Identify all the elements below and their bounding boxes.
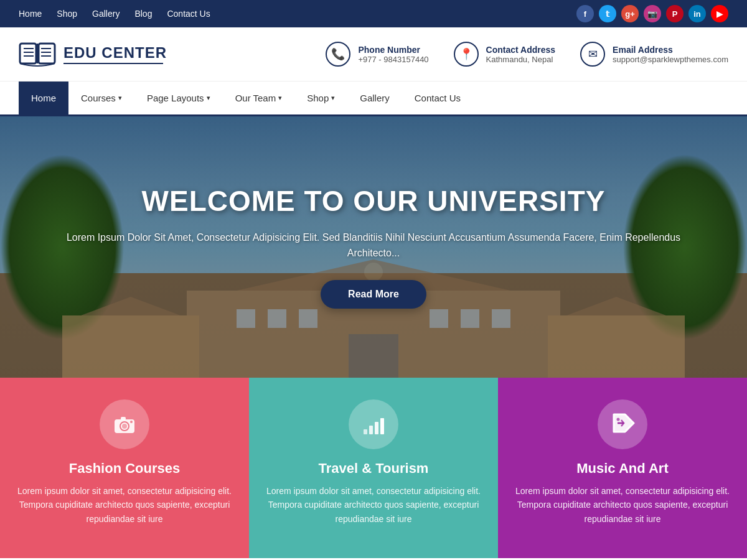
nav-shop[interactable]: Shop ▾ xyxy=(294,82,347,114)
layouts-chevron: ▾ xyxy=(207,94,210,102)
hero-content: WELCOME TO OUR UNIVERSITY Lorem Ipsum Do… xyxy=(0,185,747,309)
phone-contact: 📞 Phone Number +977 - 9843157440 xyxy=(326,42,428,67)
topnav-shop[interactable]: Shop xyxy=(57,9,77,19)
contact-info-bar: 📞 Phone Number +977 - 9843157440 📍 Conta… xyxy=(326,42,728,67)
hero-section: WELCOME TO OUR UNIVERSITY Lorem Ipsum Do… xyxy=(0,116,747,378)
nav-gallery[interactable]: Gallery xyxy=(347,82,402,114)
hero-title: WELCOME TO OUR UNIVERSITY xyxy=(62,185,685,217)
svg-rect-31 xyxy=(380,418,384,434)
pinterest-icon[interactable]: P xyxy=(666,5,684,22)
shop-chevron: ▾ xyxy=(331,94,335,102)
svg-rect-10 xyxy=(62,315,199,378)
main-nav: Home Courses ▾ Page Layouts ▾ Our Team ▾… xyxy=(0,82,747,116)
svg-rect-18 xyxy=(430,309,448,328)
phone-label: Phone Number xyxy=(358,45,428,55)
svg-point-32 xyxy=(617,418,620,421)
fashion-course-card: Fashion Courses Lorem ipsum dolor sit am… xyxy=(0,378,249,558)
tourism-icon xyxy=(349,399,398,449)
email-icon: ✉ xyxy=(580,42,605,67)
svg-point-25 xyxy=(122,424,127,429)
email-contact: ✉ Email Address support@sparklewpthemes.… xyxy=(580,42,728,67)
top-nav: Home Shop Gallery Blog Contact Us xyxy=(19,9,210,19)
topnav-gallery[interactable]: Gallery xyxy=(92,9,120,19)
svg-rect-21 xyxy=(349,334,398,378)
svg-rect-29 xyxy=(369,426,373,434)
youtube-icon[interactable]: ▶ xyxy=(711,5,728,22)
read-more-button[interactable]: Read More xyxy=(321,280,426,309)
nav-contact-us[interactable]: Contact Us xyxy=(402,82,473,114)
logo-underline xyxy=(63,63,163,64)
fashion-icon xyxy=(100,399,149,449)
address-label: Contact Address xyxy=(486,45,556,55)
instagram-icon[interactable]: 📷 xyxy=(644,5,661,22)
svg-rect-26 xyxy=(121,417,126,420)
svg-rect-30 xyxy=(375,422,378,434)
site-header: EDU CENTER 📞 Phone Number +977 - 9843157… xyxy=(0,27,747,82)
music-course-card: Music And Art Lorem ipsum dolor sit amet… xyxy=(498,378,747,558)
nav-inner: Home Courses ▾ Page Layouts ▾ Our Team ▾… xyxy=(0,82,747,114)
address-value: Kathmandu, Nepal xyxy=(486,55,556,64)
google-plus-icon[interactable]: g+ xyxy=(621,5,639,22)
logo-name: EDU CENTER xyxy=(63,44,167,62)
music-card-title: Music And Art xyxy=(576,460,668,477)
fashion-card-desc: Lorem ipsum dolor sit amet, consectetur … xyxy=(16,484,233,526)
topnav-blog[interactable]: Blog xyxy=(134,9,152,19)
svg-rect-0 xyxy=(20,44,36,63)
svg-rect-16 xyxy=(268,309,286,328)
logo-icon xyxy=(19,39,56,70)
svg-rect-28 xyxy=(364,429,367,434)
nav-courses[interactable]: Courses ▾ xyxy=(68,82,134,114)
tourism-course-card: Travel & Tourism Lorem ipsum dolor sit a… xyxy=(249,378,498,558)
svg-point-27 xyxy=(130,421,133,423)
email-details: Email Address support@sparklewpthemes.co… xyxy=(613,45,728,64)
team-chevron: ▾ xyxy=(278,94,282,102)
facebook-icon[interactable]: f xyxy=(576,5,594,22)
address-icon: 📍 xyxy=(454,42,479,67)
svg-rect-17 xyxy=(299,309,317,328)
courses-chevron: ▾ xyxy=(118,94,122,102)
topnav-home[interactable]: Home xyxy=(19,9,42,19)
svg-rect-20 xyxy=(492,309,510,328)
svg-rect-15 xyxy=(237,309,255,328)
svg-rect-11 xyxy=(548,315,685,378)
social-icons: f 𝕥 g+ 📷 P in ▶ xyxy=(576,5,728,22)
address-contact: 📍 Contact Address Kathmandu, Nepal xyxy=(454,42,556,67)
hero-description: Lorem Ipsum Dolor Sit Amet, Consectetur … xyxy=(62,230,685,261)
music-card-desc: Lorem ipsum dolor sit amet, consectetur … xyxy=(514,484,731,526)
logo[interactable]: EDU CENTER xyxy=(19,39,167,70)
phone-details: Phone Number +977 - 9843157440 xyxy=(358,45,428,64)
twitter-icon[interactable]: 𝕥 xyxy=(599,5,616,22)
fashion-card-title: Fashion Courses xyxy=(69,460,180,477)
tourism-card-title: Travel & Tourism xyxy=(319,460,429,477)
svg-rect-1 xyxy=(39,44,55,63)
svg-rect-19 xyxy=(461,309,479,328)
linkedin-icon[interactable]: in xyxy=(688,5,706,22)
tourism-card-desc: Lorem ipsum dolor sit amet, consectetur … xyxy=(265,484,482,526)
logo-text: EDU CENTER xyxy=(63,44,167,64)
nav-home[interactable]: Home xyxy=(19,82,68,114)
topnav-contact[interactable]: Contact Us xyxy=(167,9,210,19)
phone-icon: 📞 xyxy=(326,42,350,67)
email-value: support@sparklewpthemes.com xyxy=(613,55,728,64)
nav-page-layouts[interactable]: Page Layouts ▾ xyxy=(134,82,223,114)
top-bar: Home Shop Gallery Blog Contact Us f 𝕥 g+… xyxy=(0,0,747,27)
nav-our-team[interactable]: Our Team ▾ xyxy=(223,82,295,114)
music-icon xyxy=(598,399,647,449)
phone-value: +977 - 9843157440 xyxy=(358,55,428,64)
email-label: Email Address xyxy=(613,45,728,55)
courses-row: Fashion Courses Lorem ipsum dolor sit am… xyxy=(0,378,747,558)
address-details: Contact Address Kathmandu, Nepal xyxy=(486,45,556,64)
